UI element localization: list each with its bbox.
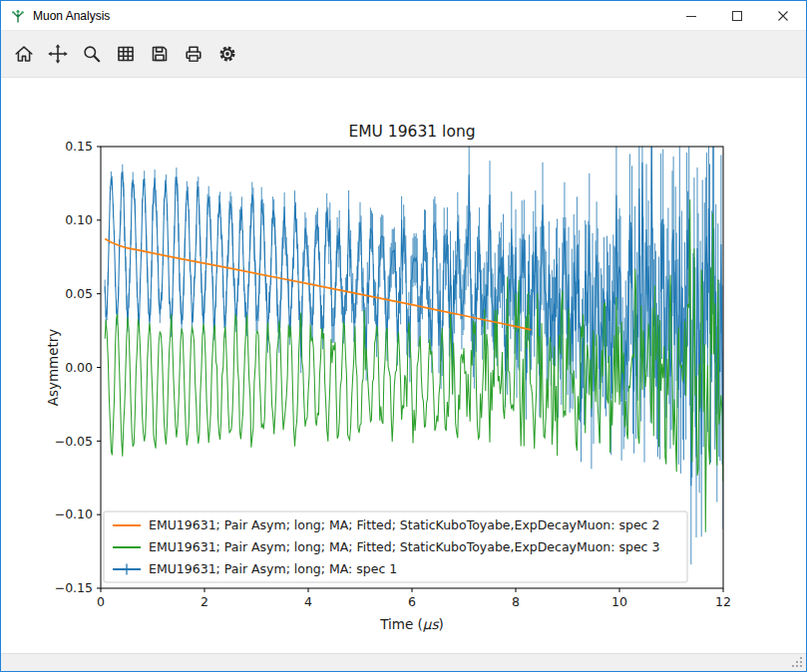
x-tick-label: 6 [408,594,416,609]
plot-toolbar [1,31,806,78]
maximize-button[interactable] [714,1,760,30]
app-window: Muon Analysis [0,0,807,672]
title-bar[interactable]: Muon Analysis [1,1,806,31]
home-icon [13,43,35,65]
legend-entry-label: EMU19631; Pair Asym; long; MA; Fitted; S… [149,539,659,554]
figure-area: 024681012−0.15−0.10−0.050.000.050.100.15… [1,78,806,653]
x-tick-label: 0 [97,594,105,609]
close-icon [778,11,788,21]
window-title: Muon Analysis [33,9,110,23]
maximize-icon [732,11,742,21]
plot-series [105,78,723,564]
home-button[interactable] [9,36,39,72]
close-button[interactable] [760,1,806,30]
print-button[interactable] [179,36,208,72]
settings-button[interactable] [212,36,242,72]
y-tick-label: 0.00 [65,360,93,375]
zoom-button[interactable] [77,36,107,72]
y-tick-label: 0.10 [65,212,93,227]
chart-title: EMU 19631 long [348,123,475,141]
app-icon [10,8,26,24]
pan-button[interactable] [43,36,73,72]
x-tick-label: 12 [715,594,731,609]
status-bar [1,653,806,671]
configure-subplots-button[interactable] [111,36,141,72]
legend-entry-label: EMU19631; Pair Asym; long; MA: spec 1 [149,561,397,576]
x-tick-label: 10 [611,594,627,609]
printer-icon [183,43,204,65]
y-tick-label: 0.15 [65,139,93,154]
series-spec1-errorbars [105,78,723,564]
save-floppy-icon [149,43,171,65]
y-axis-label: Asymmetry [45,329,61,407]
minimize-button[interactable] [668,1,714,30]
figure-canvas[interactable]: 024681012−0.15−0.10−0.050.000.050.100.15… [1,78,806,653]
gear-icon [216,43,238,65]
x-tick-label: 8 [512,594,520,609]
y-tick-label: −0.05 [55,434,93,449]
y-tick-label: −0.15 [55,580,93,595]
y-tick-label: 0.05 [65,286,93,301]
x-tick-label: 4 [304,594,312,609]
legend-entry-label: EMU19631; Pair Asym; long; MA; Fitted; S… [149,517,659,532]
y-tick-label: −0.10 [55,506,93,521]
x-tick-label: 2 [201,594,208,609]
pan-arrows-icon [47,43,69,65]
resize-grip[interactable] [790,655,804,669]
grid-icon [115,43,137,65]
minimize-icon [686,11,696,21]
legend: EMU19631; Pair Asym; long; MA; Fitted; S… [104,511,687,582]
save-button[interactable] [145,36,175,72]
zoom-magnifier-icon [81,43,103,65]
x-axis-label: Time (μs) [379,616,444,632]
